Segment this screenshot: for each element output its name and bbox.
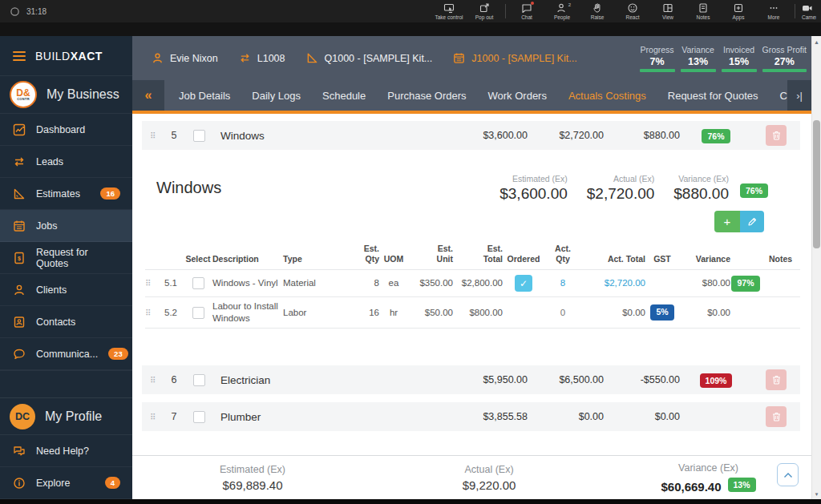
- sidebar-item-dashboard[interactable]: Dashboard: [0, 114, 132, 146]
- kpi-gross-profit: Gross Profit 27%: [762, 45, 807, 72]
- people-count: 2: [568, 2, 571, 7]
- pop-out-button[interactable]: Pop out: [467, 0, 502, 20]
- tab-purchase-orders[interactable]: Purchase Orders: [387, 90, 466, 102]
- sidebar-item-explore[interactable]: Explore 4: [0, 467, 132, 499]
- group-name: Plumber: [212, 411, 431, 423]
- footer-variance-badge: 13%: [728, 478, 756, 492]
- item-uom: hr: [379, 307, 408, 319]
- item-est-unit: $350.00: [408, 277, 453, 289]
- breadcrumb-job[interactable]: J1000 - [SAMPLE] Kit...: [453, 52, 576, 64]
- group-variance: -$550.00: [604, 374, 680, 385]
- pencil-icon: [747, 217, 757, 227]
- group-checkbox[interactable]: [193, 411, 205, 423]
- sidebar-item-request-for-quotes[interactable]: $ Request for Quotes: [0, 242, 132, 274]
- kpi-underline-bar: [640, 69, 675, 72]
- delete-group-button[interactable]: [766, 406, 787, 427]
- item-est-total: $2,800.00: [453, 277, 503, 289]
- tab-job-details[interactable]: Job Details: [179, 90, 230, 102]
- chat-button[interactable]: Chat: [509, 0, 544, 20]
- breadcrumb-estimate[interactable]: Q1000 - [SAMPLE] Kit...: [306, 52, 433, 64]
- drag-handle-icon[interactable]: ⠿: [150, 131, 163, 140]
- sidebar-item-my-business[interactable]: D& CONTR My Business: [0, 76, 132, 114]
- drag-handle-icon[interactable]: ⠿: [145, 308, 158, 317]
- hamburger-menu-icon[interactable]: [13, 51, 26, 61]
- group-checkbox[interactable]: [193, 130, 205, 142]
- tab-schedule[interactable]: Schedule: [322, 90, 366, 102]
- group-name: Electrician: [212, 374, 431, 386]
- jobs-icon: [12, 220, 26, 232]
- kpi-variance: Variance 13%: [681, 45, 716, 72]
- sidebar-item-contacts[interactable]: Contacts: [0, 306, 132, 338]
- user-avatar: DC: [10, 404, 35, 429]
- take-control-button[interactable]: Take control: [431, 0, 467, 20]
- tabs-scroll-right-button[interactable]: ›|: [787, 80, 811, 111]
- sidebar-item-clients[interactable]: Clients: [0, 274, 132, 306]
- scrollbar-thumb[interactable]: [813, 120, 820, 248]
- cost-group-row-electrician: ⠿ 6 Electrician $5,950.00 $6,500.00 -$55…: [142, 365, 800, 394]
- tab-request-for-quotes[interactable]: Request for Quotes: [668, 90, 758, 102]
- toolbar-divider: [795, 4, 795, 18]
- breadcrumb-lead[interactable]: L1008: [239, 52, 285, 64]
- tab-clients-truncated[interactable]: Cl: [780, 90, 788, 102]
- notes-button[interactable]: Notes: [686, 0, 721, 20]
- group-variance: $880.00: [604, 130, 680, 141]
- trash-icon: [772, 375, 781, 385]
- sidebar-item-my-profile[interactable]: DC My Profile: [0, 397, 132, 435]
- group-detail-section: Windows Estimated (Ex) $3,600.00 Actual …: [142, 158, 800, 329]
- sidebar-item-communications[interactable]: Communica... 23: [0, 338, 132, 370]
- group-estimated: $3,855.58: [431, 411, 528, 422]
- layout-grid-icon: [662, 2, 673, 14]
- item-checkbox[interactable]: [192, 307, 204, 319]
- drag-handle-icon[interactable]: ⠿: [145, 279, 158, 288]
- react-button[interactable]: React: [615, 0, 650, 20]
- more-button[interactable]: More: [756, 0, 791, 20]
- sidebar-item-label: Explore: [36, 478, 70, 489]
- tab-daily-logs[interactable]: Daily Logs: [252, 90, 301, 102]
- sidebar-item-leads[interactable]: Leads: [0, 146, 132, 178]
- camera-button[interactable]: Camer: [799, 0, 816, 20]
- breadcrumb-client[interactable]: Evie Nixon: [152, 52, 218, 64]
- add-line-item-button[interactable]: +: [714, 211, 740, 232]
- people-button[interactable]: 2 People: [544, 0, 580, 20]
- group-checkbox[interactable]: [193, 374, 205, 386]
- leads-icon: [12, 155, 26, 168]
- edit-section-button[interactable]: [740, 211, 764, 232]
- item-checkbox[interactable]: [192, 277, 204, 289]
- line-item-row: ⠿ 5.2 Labour to Install Windows Labor 16…: [145, 296, 800, 329]
- sidebar-item-label: My Business: [47, 87, 119, 102]
- view-button[interactable]: View: [650, 0, 686, 20]
- scrollbar-up-arrow[interactable]: ▲: [812, 39, 821, 45]
- delete-group-button[interactable]: [766, 369, 787, 390]
- sidebar-item-need-help[interactable]: Need Help?: [0, 435, 132, 467]
- sidebar-item-jobs[interactable]: Jobs: [0, 210, 132, 242]
- apps-button[interactable]: Apps: [721, 0, 756, 20]
- estimate-icon: [306, 52, 318, 64]
- section-title: Windows: [156, 179, 221, 197]
- raise-hand-button[interactable]: Raise: [580, 0, 615, 20]
- item-act-total-link[interactable]: $2,720.00: [581, 277, 645, 289]
- tabs-scroll-left-button[interactable]: «: [132, 80, 164, 111]
- drag-handle-icon[interactable]: ⠿: [150, 413, 163, 421]
- tab-actuals-costings[interactable]: Actuals Costings: [568, 90, 646, 102]
- drag-handle-icon[interactable]: ⠿: [150, 376, 163, 385]
- sidebar-item-label: Communica...: [36, 349, 98, 360]
- sidebar-item-label: Request for Quotes: [36, 247, 120, 269]
- sidebar-item-estimates[interactable]: Estimates 16: [0, 178, 132, 210]
- item-type: Material: [283, 277, 344, 289]
- group-estimated: $3,600.00: [431, 130, 528, 141]
- tab-work-orders[interactable]: Work Orders: [488, 90, 547, 102]
- kpi-progress: Progress 7%: [640, 45, 675, 72]
- job-kpis: Progress 7% Variance 13% Invoiced 15% Gr…: [640, 45, 807, 72]
- scroll-to-top-button[interactable]: [777, 463, 799, 486]
- lead-icon: [239, 52, 251, 64]
- scrollbar-down-arrow[interactable]: ▾: [812, 491, 821, 498]
- group-estimated: $5,950.00: [431, 374, 528, 385]
- delete-group-button[interactable]: [766, 125, 787, 146]
- item-act-qty: 0: [544, 307, 581, 319]
- sidebar-item-label: Clients: [36, 284, 67, 296]
- ordered-check-button[interactable]: ✓: [515, 275, 532, 292]
- item-est-total: $800.00: [453, 307, 503, 319]
- item-variance: $80.00: [679, 277, 730, 289]
- sidebar-spacer: [0, 370, 132, 397]
- page-scrollbar[interactable]: ▲ ▾: [811, 36, 821, 499]
